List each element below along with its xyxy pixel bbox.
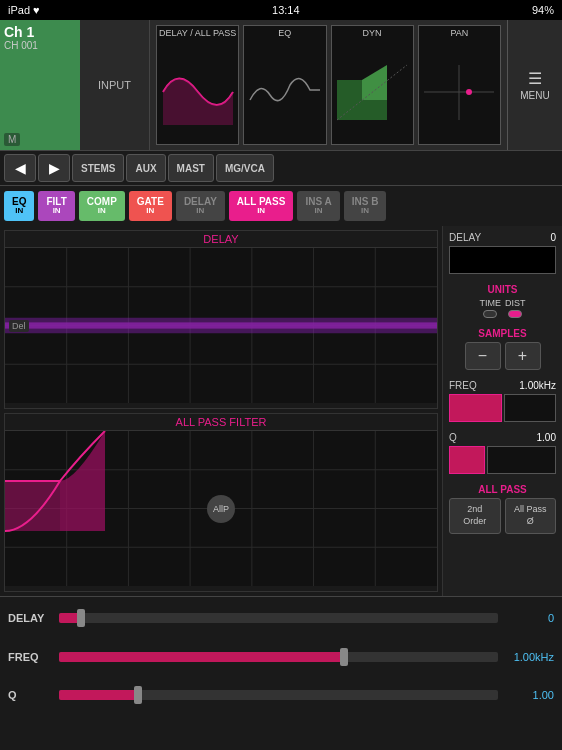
right-panel: DELAY 0 UNITS TIME DIST SA: [442, 226, 562, 596]
thumbnails: DELAY / ALL PASS EQ DYN: [150, 20, 507, 150]
samples-label: SAMPLES: [449, 328, 556, 339]
next-button[interactable]: ▶: [38, 154, 70, 182]
allpass-viz-title: ALL PASS FILTER: [5, 414, 437, 431]
insa-button[interactable]: INS AIN: [297, 191, 339, 221]
time-option[interactable]: TIME: [479, 298, 501, 318]
delay-slider-row: DELAY 0: [8, 603, 554, 633]
delay-black-display: [449, 246, 556, 274]
eq-thumb-canvas: [244, 40, 325, 144]
sliders-area: DELAY 0 FREQ 1.00kHz Q 1.00: [0, 596, 562, 716]
minus-button[interactable]: −: [465, 342, 501, 370]
q-section: Q 1.00: [449, 432, 556, 478]
samples-section: SAMPLES − +: [449, 328, 556, 374]
menu-button[interactable]: ☰ MENU: [507, 20, 562, 150]
q-box-dark[interactable]: [487, 446, 556, 474]
input-section: INPUT: [80, 20, 150, 150]
menu-icon: ☰: [528, 69, 542, 88]
allpass-right-label: ALL PASS: [449, 484, 556, 495]
delay-button[interactable]: DELAYIN: [176, 191, 225, 221]
units-section: UNITS TIME DIST: [449, 284, 556, 322]
freq-label: FREQ: [449, 380, 477, 391]
delay-right-value: 0: [550, 232, 556, 243]
svg-rect-1: [245, 60, 325, 125]
pan-thumb-canvas: [419, 40, 500, 144]
delay-right-label: DELAY: [449, 232, 481, 243]
delay-display-section: DELAY 0: [449, 232, 556, 278]
order-button[interactable]: 2nd Order: [449, 498, 501, 534]
mast-button[interactable]: MAST: [168, 154, 214, 182]
allpass-section: ALL PASS 2nd Order All Pass Ø: [449, 484, 556, 534]
q-slider-thumb[interactable]: [134, 686, 142, 704]
freq-box-dark[interactable]: [504, 394, 557, 422]
status-time: 13:14: [272, 4, 300, 16]
samples-row: − +: [449, 342, 556, 370]
delay-thumb-section[interactable]: DELAY / ALL PASS: [156, 25, 239, 145]
eq-button[interactable]: EQIN: [4, 191, 34, 221]
prev-button[interactable]: ◀: [4, 154, 36, 182]
dist-radio[interactable]: [508, 310, 522, 318]
freq-slider-thumb[interactable]: [340, 648, 348, 666]
allpass-center-label: AllP: [207, 495, 235, 523]
q-slider-track[interactable]: [59, 690, 498, 700]
delay-slider-thumb[interactable]: [77, 609, 85, 627]
delay-thumb-canvas: [157, 40, 238, 144]
time-radio[interactable]: [483, 310, 497, 318]
allpass-btn-row: 2nd Order All Pass Ø: [449, 498, 556, 534]
freq-slider-value: 1.00kHz: [504, 651, 554, 663]
delay-slider-value: 0: [504, 612, 554, 624]
freq-section: FREQ 1.00kHz: [449, 380, 556, 426]
eq-thumb-section[interactable]: EQ: [243, 25, 326, 145]
status-left: iPad ♥: [8, 4, 40, 16]
delay-viz-area: Del: [5, 248, 437, 403]
q-value: 1.00: [537, 432, 556, 443]
pan-thumb-label: PAN: [450, 26, 468, 40]
mgvca-button[interactable]: MG/VCA: [216, 154, 274, 182]
delay-thumb-label: DELAY / ALL PASS: [159, 26, 236, 40]
allpass-button[interactable]: ALL PASSIN: [229, 191, 294, 221]
main-content: DELAY: [0, 226, 562, 596]
aux-button[interactable]: AUX: [126, 154, 165, 182]
pan-thumb-section[interactable]: PAN: [418, 25, 501, 145]
units-label: UNITS: [449, 284, 556, 295]
q-slider-row: Q 1.00: [8, 680, 554, 710]
header: Ch 1 CH 001 M INPUT DELAY / ALL PASS: [0, 20, 562, 150]
freq-slider-label: FREQ: [8, 651, 53, 663]
menu-label: MENU: [520, 90, 549, 101]
dist-option[interactable]: DIST: [505, 298, 526, 318]
viz-panels: DELAY: [0, 226, 442, 596]
phase-button[interactable]: All Pass Ø: [505, 498, 557, 534]
dyn-thumb-canvas: [332, 40, 413, 144]
insb-button[interactable]: INS BIN: [344, 191, 387, 221]
stems-button[interactable]: STEMS: [72, 154, 124, 182]
allpass-viz: ALL PASS FILTER: [4, 413, 438, 592]
freq-value: 1.00kHz: [519, 380, 556, 391]
status-battery: 94%: [532, 4, 554, 16]
nav-row: ◀ ▶ STEMS AUX MAST MG/VCA: [0, 150, 562, 186]
gate-button[interactable]: GATEIN: [129, 191, 172, 221]
status-bar: iPad ♥ 13:14 94%: [0, 0, 562, 20]
delay-viz: DELAY: [4, 230, 438, 409]
fx-row: EQIN FILTIN COMPIN GATEIN DELAYIN ALL PA…: [0, 186, 562, 226]
dyn-thumb-label: DYN: [363, 26, 382, 40]
freq-slider-row: FREQ 1.00kHz: [8, 642, 554, 672]
delay-slider-label: DELAY: [8, 612, 53, 624]
svg-point-9: [466, 89, 472, 95]
freq-box-pink[interactable]: [449, 394, 502, 422]
freq-slider-fill: [59, 652, 344, 662]
freq-boxes: [449, 394, 556, 422]
delay-slider-track[interactable]: [59, 613, 498, 623]
input-label: INPUT: [98, 79, 131, 91]
q-slider-label: Q: [8, 689, 53, 701]
channel-mute[interactable]: M: [4, 133, 20, 146]
comp-button[interactable]: COMPIN: [79, 191, 125, 221]
svg-rect-20: [5, 318, 437, 334]
filt-button[interactable]: FILTIN: [38, 191, 74, 221]
del-label: Del: [9, 320, 29, 332]
channel-name: Ch 1: [4, 24, 76, 40]
plus-button[interactable]: +: [505, 342, 541, 370]
q-box-pink[interactable]: [449, 446, 485, 474]
dyn-thumb-section[interactable]: DYN: [331, 25, 414, 145]
channel-number: CH 001: [4, 40, 76, 51]
allpass-viz-area: AllP: [5, 431, 437, 586]
freq-slider-track[interactable]: [59, 652, 498, 662]
